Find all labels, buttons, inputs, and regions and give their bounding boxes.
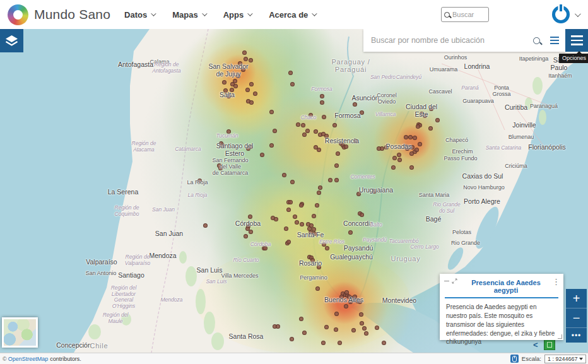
data-point[interactable] xyxy=(317,191,321,195)
data-point[interactable] xyxy=(344,290,349,295)
data-point[interactable] xyxy=(269,143,274,148)
data-point[interactable] xyxy=(364,331,368,336)
data-point[interactable] xyxy=(248,214,252,219)
data-point[interactable] xyxy=(226,129,231,134)
data-point[interactable] xyxy=(344,144,348,149)
data-point[interactable] xyxy=(339,295,344,299)
data-point[interactable] xyxy=(358,300,362,304)
data-point[interactable] xyxy=(245,88,250,92)
data-point[interactable] xyxy=(334,327,338,332)
data-point[interactable] xyxy=(218,166,223,170)
data-point[interactable] xyxy=(322,115,326,119)
data-point[interactable] xyxy=(290,82,295,86)
data-point[interactable] xyxy=(249,58,253,62)
data-point[interactable] xyxy=(244,234,248,238)
data-point[interactable] xyxy=(348,300,353,304)
data-point[interactable] xyxy=(332,123,337,127)
data-point[interactable] xyxy=(325,246,329,250)
data-point[interactable] xyxy=(351,328,356,332)
data-point[interactable] xyxy=(359,312,363,317)
data-point[interactable] xyxy=(273,129,277,133)
data-point[interactable] xyxy=(344,304,348,308)
data-point[interactable] xyxy=(404,135,408,139)
data-point[interactable] xyxy=(418,142,422,146)
data-point[interactable] xyxy=(413,136,417,140)
data-point[interactable] xyxy=(382,341,386,345)
data-point[interactable] xyxy=(290,180,295,184)
data-point[interactable] xyxy=(288,200,293,204)
data-point[interactable] xyxy=(428,126,433,131)
data-point[interactable] xyxy=(353,102,357,107)
data-point[interactable] xyxy=(226,94,231,98)
data-point[interactable] xyxy=(296,122,300,127)
data-point[interactable] xyxy=(348,230,353,235)
data-point[interactable] xyxy=(320,94,324,98)
more-tools-button[interactable]: ••• xyxy=(566,328,587,343)
mouse-coordinates-icon[interactable] xyxy=(510,355,519,363)
data-point[interactable] xyxy=(318,185,322,190)
data-point[interactable] xyxy=(360,213,364,217)
data-point[interactable] xyxy=(405,146,409,151)
data-point[interactable] xyxy=(288,71,293,75)
data-point[interactable] xyxy=(317,265,321,269)
data-point[interactable] xyxy=(397,153,401,157)
data-point[interactable] xyxy=(409,165,414,170)
minimize-icon[interactable] xyxy=(444,281,449,282)
data-point[interactable] xyxy=(429,107,433,111)
data-point[interactable] xyxy=(324,325,329,329)
data-point[interactable] xyxy=(230,88,234,92)
data-point[interactable] xyxy=(315,286,320,291)
nav-item-mapas[interactable]: Mapas xyxy=(172,10,205,20)
data-point[interactable] xyxy=(360,110,364,115)
user-menu[interactable] xyxy=(552,6,579,23)
data-point[interactable] xyxy=(276,324,280,329)
data-point[interactable] xyxy=(300,222,304,226)
feature-popup[interactable]: Presencia de Aaedes aegypti ⋮ Presencia … xyxy=(440,274,563,340)
data-point[interactable] xyxy=(249,100,254,105)
data-point[interactable] xyxy=(299,203,303,208)
data-point[interactable] xyxy=(334,178,339,182)
data-point[interactable] xyxy=(236,74,240,78)
kebab-menu-icon[interactable]: ⋮ xyxy=(552,278,560,286)
data-point[interactable] xyxy=(299,317,303,321)
data-point[interactable] xyxy=(321,341,326,345)
data-point[interactable] xyxy=(302,331,307,335)
data-point[interactable] xyxy=(322,242,326,247)
data-point[interactable] xyxy=(222,80,226,85)
data-point[interactable] xyxy=(392,156,397,160)
data-point[interactable] xyxy=(301,123,305,127)
data-point[interactable] xyxy=(220,143,225,148)
data-point[interactable] xyxy=(312,232,317,236)
data-point[interactable] xyxy=(420,112,424,116)
data-point[interactable] xyxy=(284,226,288,231)
data-point[interactable] xyxy=(293,214,297,219)
data-point[interactable] xyxy=(269,110,274,114)
data-point[interactable] xyxy=(334,312,339,316)
zoom-out-button[interactable]: − xyxy=(566,308,587,328)
location-search-input[interactable] xyxy=(363,29,533,52)
data-point[interactable] xyxy=(353,295,357,299)
nav-item-apps[interactable]: Apps xyxy=(223,10,252,20)
data-point[interactable] xyxy=(317,148,321,152)
resize-handle[interactable] xyxy=(558,334,562,339)
data-point[interactable] xyxy=(312,214,316,218)
data-point[interactable] xyxy=(260,153,264,157)
data-point[interactable] xyxy=(435,118,440,122)
data-point[interactable] xyxy=(223,88,228,93)
map-canvas[interactable]: CalamaAntofagastaRegión de AntofagastaSa… xyxy=(0,29,588,353)
data-point[interactable] xyxy=(197,179,202,183)
data-point[interactable] xyxy=(336,151,340,156)
data-point[interactable] xyxy=(242,50,247,55)
data-point[interactable] xyxy=(302,132,307,137)
data-point[interactable] xyxy=(295,220,299,225)
data-point[interactable] xyxy=(305,129,310,133)
data-point[interactable] xyxy=(397,158,402,162)
data-point[interactable] xyxy=(416,124,420,129)
data-point[interactable] xyxy=(282,173,286,177)
header-search-box[interactable] xyxy=(441,7,489,22)
data-point[interactable] xyxy=(377,146,381,151)
data-point[interactable] xyxy=(249,230,253,234)
data-point[interactable] xyxy=(253,91,257,96)
data-point[interactable] xyxy=(334,163,339,168)
scale-select[interactable]: 1 : 9244667 xyxy=(544,355,586,363)
